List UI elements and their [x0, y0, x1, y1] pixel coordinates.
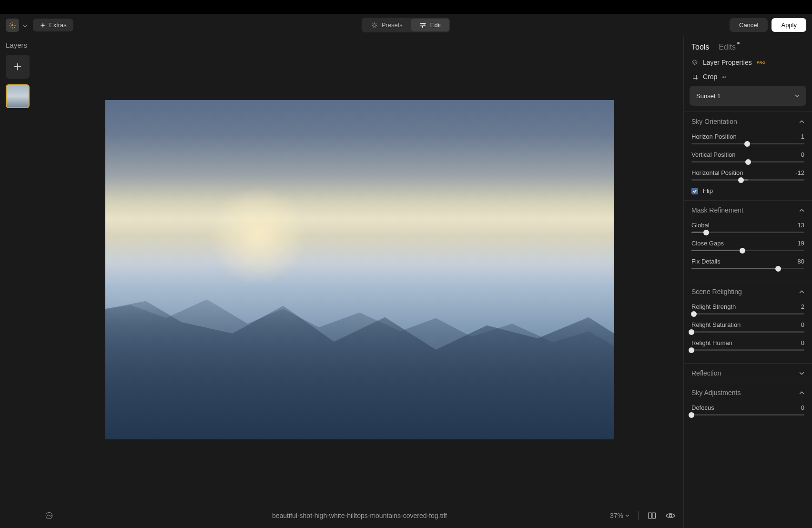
section-header-reflection[interactable]: Reflection [684, 363, 812, 383]
param-label: Horizon Position [691, 133, 737, 140]
param-value: -1 [799, 133, 804, 140]
section-header-mask_refinement[interactable]: Mask Refinement [684, 200, 812, 220]
param-label: Relight Saturation [691, 321, 741, 328]
cancel-button[interactable]: Cancel [730, 18, 768, 32]
histogram-button[interactable] [43, 510, 55, 521]
param-label: Vertical Position [691, 151, 736, 158]
chevron-up-icon [799, 290, 804, 294]
zoom-level[interactable]: 37% [610, 512, 629, 519]
chevron-down-icon [799, 372, 804, 375]
slider[interactable] [691, 161, 804, 162]
param-label: Close Gaps [691, 240, 724, 247]
param-value: 0 [801, 404, 804, 411]
svg-point-14 [422, 26, 423, 27]
crop-label: Crop [703, 73, 717, 81]
svg-rect-17 [652, 513, 656, 518]
bottom-bar: beautiful-shot-high-white-hilltops-mount… [36, 503, 683, 528]
svg-line-4 [10, 23, 10, 23]
section-title: Scene Relighting [691, 288, 742, 295]
section-header-sky_adjustments[interactable]: Sky Adjustments [684, 383, 812, 402]
param-horizontal position: Horizontal Position -12 [691, 169, 804, 181]
section-header-scene_relighting[interactable]: Scene Relighting [684, 282, 812, 301]
slider[interactable] [691, 143, 804, 144]
section-title: Sky Adjustments [691, 389, 741, 396]
crop-row[interactable]: Crop AI [684, 70, 812, 84]
section-header-sky_orientation[interactable]: Sky Orientation [684, 112, 812, 131]
pro-badge: PRO [757, 61, 766, 65]
preset-selected-label: Sunset 1 [696, 92, 721, 100]
top-toolbar: Extras Presets Edit Cancel Apply [0, 14, 812, 36]
sliders-icon [420, 22, 426, 29]
add-layer-button[interactable] [6, 55, 30, 79]
chevron-up-icon [799, 209, 804, 212]
param-value: 0 [801, 321, 804, 328]
zoom-value: 37% [610, 512, 623, 519]
slider[interactable] [691, 349, 804, 351]
extras-label: Extras [49, 21, 67, 29]
section-title: Mask Refinement [691, 206, 743, 214]
chevron-down-icon [625, 514, 629, 517]
slider[interactable] [691, 179, 804, 181]
preview-button[interactable] [665, 510, 676, 521]
image-preview[interactable] [105, 100, 614, 439]
edits-indicator-dot [737, 42, 740, 44]
flip-checkbox-row: Flip [691, 187, 804, 194]
layers-icon [691, 59, 698, 66]
presets-tab-label: Presets [382, 21, 403, 29]
layer-thumbnail-1[interactable] [6, 84, 30, 108]
plus-icon [12, 61, 23, 72]
svg-line-6 [10, 27, 10, 27]
app-logo-button[interactable] [6, 19, 19, 32]
crop-icon [691, 73, 698, 80]
presets-icon [371, 22, 378, 29]
chevron-down-icon[interactable] [23, 21, 27, 30]
svg-point-13 [424, 24, 425, 25]
slider[interactable] [691, 414, 804, 416]
edit-tab[interactable]: Edit [411, 19, 449, 31]
divider [638, 511, 639, 520]
param-value: -12 [795, 169, 804, 176]
compare-button[interactable] [647, 511, 657, 520]
chevron-down-icon [795, 94, 800, 97]
flip-checkbox[interactable] [691, 188, 698, 194]
layer-properties-label: Layer Properties [703, 59, 752, 66]
param-label: Defocus [691, 404, 714, 411]
slider[interactable] [691, 250, 804, 251]
param-relight human: Relight Human 0 [691, 339, 804, 351]
param-defocus: Defocus 0 [691, 404, 804, 416]
svg-line-5 [14, 27, 14, 27]
param-value: 0 [801, 339, 804, 346]
param-label: Relight Human [691, 339, 732, 346]
canvas-area: beautiful-shot-high-white-hilltops-mount… [36, 36, 683, 528]
param-relight saturation: Relight Saturation 0 [691, 321, 804, 333]
filename-label: beautiful-shot-high-white-hilltops-mount… [272, 512, 447, 519]
chevron-up-icon [799, 391, 804, 395]
param-label: Fix Details [691, 258, 721, 265]
apply-button[interactable]: Apply [771, 18, 806, 32]
param-label: Horizontal Position [691, 169, 743, 176]
param-label: Global [691, 222, 710, 229]
svg-point-8 [11, 24, 13, 26]
param-value: 80 [798, 258, 804, 265]
section-title: Sky Orientation [691, 118, 737, 125]
svg-point-12 [421, 23, 422, 24]
param-label: Relight Strength [691, 303, 736, 310]
param-value: 0 [801, 151, 804, 158]
edit-tab-label: Edit [430, 21, 441, 29]
tab-tools[interactable]: Tools [691, 43, 709, 51]
slider[interactable] [691, 331, 804, 333]
extras-button[interactable]: Extras [33, 19, 73, 31]
slider[interactable] [691, 268, 804, 269]
param-value: 13 [798, 222, 804, 229]
param-vertical position: Vertical Position 0 [691, 151, 804, 162]
sky-preset-select[interactable]: Sunset 1 [690, 86, 806, 106]
param-close gaps: Close Gaps 19 [691, 240, 804, 251]
param-value: 19 [798, 240, 804, 247]
flip-label: Flip [703, 187, 713, 194]
presets-tab[interactable]: Presets [363, 19, 411, 31]
tab-edits[interactable]: Edits [719, 43, 736, 51]
layer-properties-row[interactable]: Layer Properties PRO [684, 55, 812, 70]
slider[interactable] [691, 232, 804, 233]
slider[interactable] [691, 313, 804, 315]
sun-icon [9, 21, 16, 29]
